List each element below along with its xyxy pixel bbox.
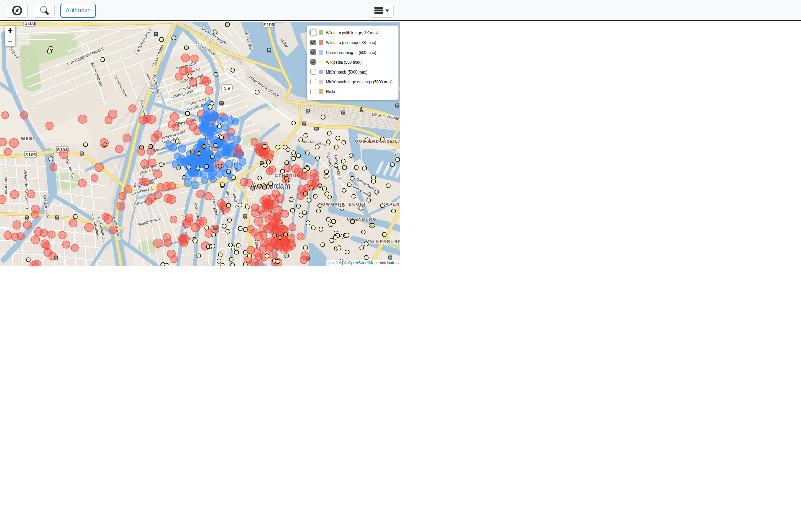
svg-text:Lumeijstraat: Lumeijstraat <box>4 173 8 196</box>
svg-text:S103: S103 <box>25 22 35 26</box>
svg-text:WEST: WEST <box>21 136 36 141</box>
svg-text:S105: S105 <box>25 152 36 157</box>
svg-text:S100: S100 <box>263 22 274 27</box>
svg-text:5 9: 5 9 <box>224 86 230 91</box>
svg-text:Haarlemmerweg: Haarlemmerweg <box>90 22 120 23</box>
svg-text:RAPENB: RAPENB <box>382 202 400 207</box>
svg-text:OOSTERDOKSEILAN: OOSTERDOKSEILAN <box>355 139 400 143</box>
svg-text:VALKENBURG: VALKENBURG <box>366 239 400 244</box>
